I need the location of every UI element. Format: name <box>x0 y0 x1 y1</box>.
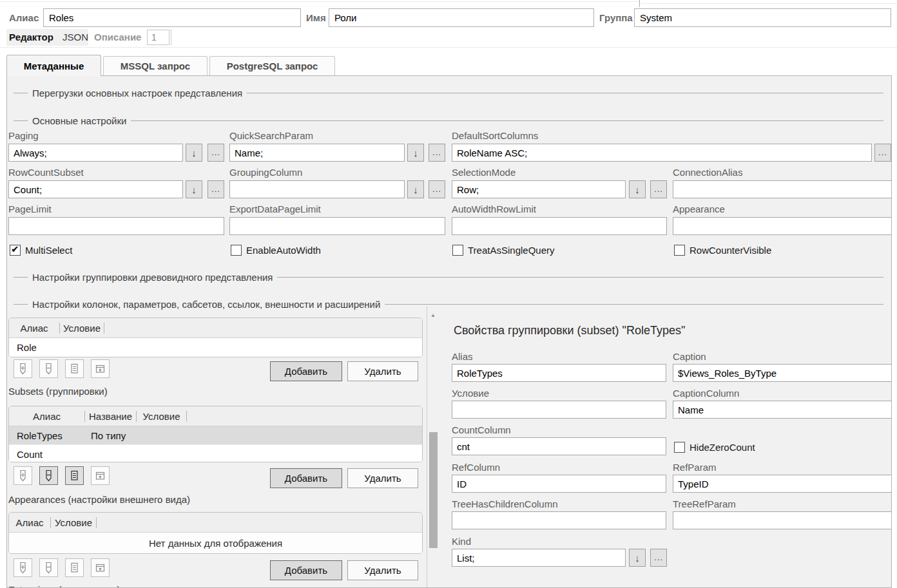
alias-input[interactable] <box>43 8 301 27</box>
column-header-condition[interactable]: Условие <box>137 406 186 426</box>
appearance-input[interactable] <box>673 217 892 235</box>
selectionmode-input[interactable] <box>452 180 626 198</box>
subset-kind-input[interactable] <box>452 549 626 567</box>
rowcountsubset-dropdown-button[interactable]: ↓ <box>186 180 202 198</box>
defaultsortcolumns-ellipsis-button[interactable]: ... <box>874 144 891 162</box>
subset-captioncolumn-input[interactable] <box>673 401 892 419</box>
subset-kind-dropdown-button[interactable]: ↓ <box>629 549 646 567</box>
alias-label: Алиас <box>9 8 39 27</box>
subset-row-alias: Count <box>17 449 43 460</box>
hidezerocount-checkbox[interactable]: ✔ <box>674 442 685 453</box>
connectionalias-input[interactable] <box>673 180 892 198</box>
table-row[interactable]: Count <box>9 445 422 462</box>
scrollbar-thumb[interactable] <box>429 432 438 548</box>
splitter-tick[interactable] <box>639 0 640 7</box>
column-header-name[interactable]: Название <box>85 406 136 426</box>
subset-kind-label: Kind <box>452 536 471 547</box>
rowcountsubset-ellipsis-button[interactable]: ... <box>207 180 224 198</box>
rowcountsubset-label: RowCountSubset <box>8 167 84 178</box>
appearances-export-window-button[interactable] <box>91 558 110 577</box>
add-button-label: Добавить <box>285 473 327 484</box>
subsets-add-button[interactable]: Добавить <box>270 468 342 488</box>
tab-editor[interactable]: Редактор <box>9 29 53 46</box>
columns-document-button[interactable] <box>65 359 84 378</box>
tab-json[interactable]: JSON <box>63 29 88 46</box>
subset-condition-input[interactable] <box>452 401 666 419</box>
paging-dropdown-button[interactable]: ↓ <box>186 144 202 162</box>
defaultsortcolumns-label: DefaultSortColumns <box>452 131 538 141</box>
name-input[interactable] <box>329 8 594 27</box>
column-header-alias[interactable]: Алиас <box>9 513 50 532</box>
exportdatapagelimit-input[interactable] <box>229 217 445 235</box>
column-header-alias[interactable]: Алиас <box>9 406 84 426</box>
treatassinglequery-checkbox[interactable]: ✔ <box>452 245 463 256</box>
groupingcolumn-input[interactable] <box>229 180 405 198</box>
group-input[interactable] <box>634 8 891 27</box>
columns-export-window-button[interactable] <box>91 359 110 378</box>
subsets-export-window-button[interactable] <box>91 466 110 485</box>
rowcountervisible-checkbox[interactable]: ✔ <box>674 245 685 256</box>
column-header-condition[interactable]: Условие <box>60 318 104 337</box>
rowcountsubset-input[interactable] <box>8 180 183 198</box>
appearances-document-button[interactable] <box>65 558 84 577</box>
multiselect-checkbox[interactable]: ✔ <box>10 245 21 256</box>
subset-caption-input[interactable] <box>673 364 892 382</box>
paging-input[interactable] <box>8 144 183 162</box>
appearances-shield-plus-button[interactable] <box>14 558 32 577</box>
paging-ellipsis-button[interactable]: ... <box>207 144 224 162</box>
tab-metadata[interactable]: Метаданные <box>6 55 101 76</box>
description-resize-handle[interactable] <box>171 30 172 45</box>
export-window-icon <box>94 363 106 375</box>
selectionmode-dropdown-button[interactable]: ↓ <box>629 180 646 198</box>
subset-treehaschildrencolumn-input[interactable] <box>452 511 666 529</box>
ellipsis-icon: ... <box>432 186 441 193</box>
quicksearchparam-ellipsis-button[interactable]: ... <box>429 144 445 162</box>
subset-treerefparam-input[interactable] <box>673 511 892 529</box>
empty-data-message: Нет данных для отображения <box>9 533 422 554</box>
subsets-document-button[interactable] <box>65 466 84 485</box>
appearances-shield-minus-button[interactable] <box>39 558 58 577</box>
pagelimit-input[interactable] <box>8 217 224 235</box>
appearances-table: Алиас Условие Нет данных для отображения <box>8 512 423 554</box>
subsets-remove-button[interactable]: Удалить <box>347 468 418 488</box>
autowidthrowlimit-input[interactable] <box>452 217 667 235</box>
column-header-condition[interactable]: Условие <box>51 513 96 532</box>
tab-mssql-query[interactable]: MSSQL запрос <box>103 56 207 75</box>
subset-refcolumn-input[interactable] <box>452 475 666 493</box>
multiselect-label: MultiSelect <box>25 245 72 256</box>
columns-remove-button[interactable]: Удалить <box>347 361 418 381</box>
subsets-shield-minus-button[interactable] <box>39 466 58 485</box>
groupingcolumn-ellipsis-button[interactable]: ... <box>429 180 445 198</box>
subsets-table-header: Алиас Название Условие <box>9 406 422 426</box>
columns-shield-minus-button[interactable] <box>39 359 58 378</box>
table-row[interactable]: Role <box>9 338 422 357</box>
quicksearchparam-dropdown-button[interactable]: ↓ <box>407 144 424 162</box>
subset-row-alias: RoleTypes <box>17 430 63 441</box>
exportdatapagelimit-label: ExportDataPageLimit <box>229 204 321 214</box>
columns-shield-plus-button[interactable] <box>14 359 32 378</box>
table-row-selected[interactable]: RoleTypes По типу <box>9 426 422 445</box>
rowcountervisible-label: RowCounterVisible <box>690 245 771 256</box>
columns-add-button[interactable]: Добавить <box>270 361 342 381</box>
subset-countcolumn-input[interactable] <box>452 437 666 455</box>
description-input[interactable] <box>147 30 169 45</box>
tab-postgresql-query[interactable]: PostgreSQL запрос <box>209 56 335 75</box>
column-header-alias[interactable]: Алиас <box>9 318 59 337</box>
columns-table-header: Алиас Условие <box>9 318 422 338</box>
enableautowidth-checkbox[interactable]: ✔ <box>231 245 242 256</box>
selectionmode-ellipsis-button[interactable]: ... <box>650 180 667 198</box>
appearances-table-header: Алиас Условие <box>9 513 422 533</box>
appearances-remove-button[interactable]: Удалить <box>347 560 418 580</box>
pane-divider <box>427 307 427 588</box>
subset-kind-ellipsis-button[interactable]: ... <box>650 549 667 567</box>
subset-refparam-input[interactable] <box>673 475 892 493</box>
quicksearchparam-input[interactable] <box>229 144 405 162</box>
defaultsortcolumns-input[interactable] <box>452 144 872 162</box>
scroll-up-arrow-icon[interactable]: ▲ <box>427 312 439 319</box>
dropdown-arrow-icon: ↓ <box>191 147 197 158</box>
appearances-add-button[interactable]: Добавить <box>270 560 342 580</box>
document-icon <box>68 363 81 375</box>
groupingcolumn-dropdown-button[interactable]: ↓ <box>407 180 424 198</box>
subset-alias-input[interactable] <box>452 364 666 382</box>
subsets-shield-plus-button[interactable] <box>14 466 32 485</box>
